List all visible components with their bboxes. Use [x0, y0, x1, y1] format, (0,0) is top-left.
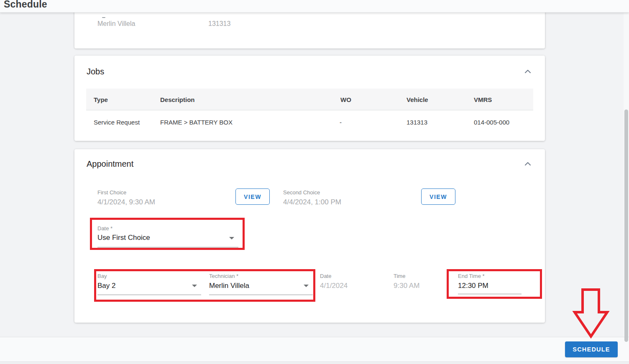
readonly-time-label: Time [394, 273, 405, 279]
technician-select-caret-down-icon [304, 285, 309, 287]
truncated-label-fragment [102, 17, 105, 18]
technician-select[interactable]: Technician * Merlin Villela [209, 271, 313, 295]
date-select-value: Use First Choice [97, 234, 150, 242]
jobs-section-title: Jobs [87, 67, 104, 76]
end-time-label: End Time * [458, 273, 485, 279]
date-select-label: Date * [97, 225, 113, 232]
readonly-time-value: 9:30 AM [394, 282, 419, 290]
second-choice-view-button[interactable]: VIEW [421, 188, 455, 205]
bay-select[interactable]: Bay Bay 2 [97, 271, 201, 295]
footer-action-bar [0, 337, 629, 362]
page-title: Schedule [4, 0, 47, 10]
end-time-value: 12:30 PM [458, 282, 488, 290]
bay-select-caret-down-icon [192, 285, 197, 287]
end-time-field[interactable]: End Time * 12:30 PM [458, 271, 522, 294]
job-description-cell: FRAME > BATTERY BOX [160, 119, 233, 126]
schedule-button[interactable]: SCHEDULE [565, 341, 618, 357]
column-header-vehicle: Vehicle [407, 96, 428, 103]
technician-name-value: Merlin Villela [97, 20, 135, 28]
technician-select-label: Technician * [209, 273, 238, 279]
date-select-underline [97, 247, 238, 247]
readonly-date-label: Date [320, 273, 331, 279]
second-choice-value: 4/4/2024, 1:00 PM [283, 198, 341, 206]
job-vehicle-cell: 131313 [407, 119, 427, 126]
bay-select-underline [97, 295, 201, 295]
app-header: Schedule [0, 0, 629, 13]
jobs-table-row [86, 110, 533, 134]
date-select-caret-down-icon [229, 237, 234, 239]
technician-select-underline [209, 295, 313, 295]
jobs-table-header-row [86, 89, 533, 110]
page-bottom-edge [0, 362, 629, 364]
appointment-collapse-chevron-up-icon[interactable] [524, 161, 532, 167]
column-header-wo: WO [340, 96, 351, 103]
bay-select-value: Bay 2 [97, 282, 115, 290]
date-select[interactable]: Date * Use First Choice [97, 224, 240, 248]
first-choice-value: 4/1/2024, 9:30 AM [97, 198, 155, 206]
job-vmrs-cell: 014-005-000 [474, 119, 509, 126]
second-choice-label: Second Choice [283, 189, 320, 196]
column-header-type: Type [94, 96, 108, 103]
vehicle-number-value: 131313 [208, 20, 230, 28]
appointment-section-title: Appointment [87, 159, 133, 169]
job-type-cell: Service Request [94, 119, 140, 126]
annotation-red-arrow-down-icon [571, 287, 611, 339]
jobs-collapse-chevron-up-icon[interactable] [524, 69, 532, 74]
job-wo-cell: - [340, 119, 342, 126]
technician-select-value: Merlin Villela [209, 282, 249, 290]
column-header-vmrs: VMRS [474, 96, 492, 103]
bay-select-label: Bay [97, 273, 107, 279]
end-time-underline [458, 294, 522, 294]
column-header-description: Description [160, 96, 195, 103]
scrollbar-thumb[interactable] [624, 109, 628, 342]
first-choice-view-button[interactable]: VIEW [235, 188, 270, 205]
readonly-date-value: 4/1/2024 [320, 282, 348, 290]
first-choice-label: First Choice [97, 189, 126, 196]
